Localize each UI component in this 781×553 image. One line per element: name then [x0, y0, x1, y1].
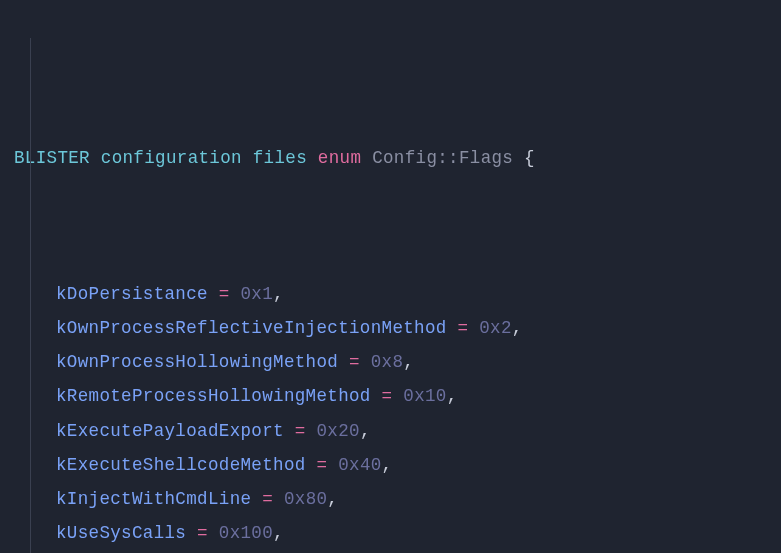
assign-operator: = [458, 318, 469, 338]
comma: , [273, 284, 284, 304]
assign-operator: = [197, 523, 208, 543]
comma: , [447, 386, 458, 406]
enum-value: 0x80 [284, 489, 327, 509]
comma: , [382, 455, 393, 475]
assign-operator: = [382, 386, 393, 406]
enum-entry: kOwnProcessHollowingMethod = 0x8, [14, 345, 771, 379]
comma: , [360, 421, 371, 441]
enum-body: kDoPersistance = 0x1,kOwnProcessReflecti… [14, 277, 771, 553]
enum-value: 0x10 [403, 386, 446, 406]
enum-name: kRemoteProcessHollowingMethod [56, 386, 371, 406]
enum-entry-content: kInjectWithCmdLine = 0x80, [14, 482, 338, 516]
comma: , [327, 489, 338, 509]
enum-entry: kRemoteProcessHollowingMethod = 0x10, [14, 379, 771, 413]
assign-operator: = [262, 489, 273, 509]
enum-entry: kUseSysCalls = 0x100, [14, 516, 771, 550]
code-block: BLISTER configuration files enum Config:… [0, 0, 781, 553]
enum-name: kExecuteShellcodeMethod [56, 455, 306, 475]
enum-name: kOwnProcessHollowingMethod [56, 352, 338, 372]
enum-entry-content: kExecutePayloadExport = 0x20, [14, 414, 371, 448]
comma: , [512, 318, 523, 338]
header-title: BLISTER configuration files [14, 148, 307, 168]
enum-entry: kExecutePayloadExport = 0x20, [14, 414, 771, 448]
enum-entry: kExecuteShellcodeMethod = 0x40, [14, 448, 771, 482]
indent-guide [30, 38, 31, 553]
enum-entry: kInjectWithCmdLine = 0x80, [14, 482, 771, 516]
enum-entry: kOwnProcessReflectiveInjectionMethod = 0… [14, 311, 771, 345]
enum-entry-content: kUseSysCalls = 0x100, [14, 516, 284, 550]
enum-name: kUseSysCalls [56, 523, 186, 543]
enum-entry: kDoPersistance = 0x1, [14, 277, 771, 311]
enum-value: 0x8 [371, 352, 404, 372]
enum-entry-content: kExecuteShellcodeMethod = 0x40, [14, 448, 392, 482]
enum-value: 0x40 [338, 455, 381, 475]
assign-operator: = [219, 284, 230, 304]
assign-operator: = [349, 352, 360, 372]
enum-value: 0x1 [241, 284, 274, 304]
enum-entry-content: kRemoteProcessHollowingMethod = 0x10, [14, 379, 458, 413]
assign-operator: = [295, 421, 306, 441]
open-brace: { [524, 148, 535, 168]
enum-entry-content: kDoPersistance = 0x1, [14, 277, 284, 311]
enum-value: 0x20 [316, 421, 359, 441]
comma: , [403, 352, 414, 372]
enum-type: Config::Flags [372, 148, 513, 168]
enum-value: 0x2 [479, 318, 512, 338]
enum-name: kOwnProcessReflectiveInjectionMethod [56, 318, 447, 338]
enum-name: kExecutePayloadExport [56, 421, 284, 441]
comma: , [273, 523, 284, 543]
enum-value: 0x100 [219, 523, 273, 543]
enum-keyword: enum [318, 148, 361, 168]
assign-operator: = [316, 455, 327, 475]
declaration-line: BLISTER configuration files enum Config:… [14, 141, 771, 175]
enum-name: kInjectWithCmdLine [56, 489, 251, 509]
enum-entry-content: kOwnProcessReflectiveInjectionMethod = 0… [14, 311, 523, 345]
enum-entry-content: kOwnProcessHollowingMethod = 0x8, [14, 345, 414, 379]
enum-name: kDoPersistance [56, 284, 208, 304]
